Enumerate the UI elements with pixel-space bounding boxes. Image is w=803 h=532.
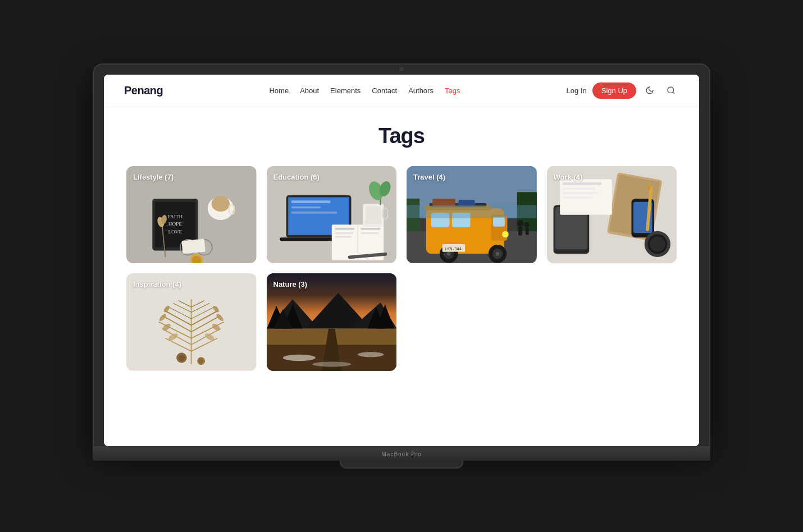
svg-point-65 bbox=[524, 222, 530, 227]
moon-icon bbox=[645, 86, 654, 95]
svg-rect-87 bbox=[647, 184, 651, 190]
svg-point-132 bbox=[282, 355, 315, 361]
svg-point-58 bbox=[496, 252, 500, 256]
tag-card-travel[interactable]: LKN-344 Travel (4) bbox=[407, 166, 537, 264]
svg-text:HOPE: HOPE bbox=[168, 221, 182, 227]
svg-rect-69 bbox=[407, 205, 537, 218]
nav-tags[interactable]: Tags bbox=[445, 86, 460, 95]
laptop-stand bbox=[340, 461, 463, 469]
dark-mode-toggle[interactable] bbox=[642, 82, 658, 98]
search-icon bbox=[667, 86, 676, 95]
laptop-body: Penang Home About Elements Contact Autho… bbox=[93, 63, 710, 448]
svg-rect-25 bbox=[291, 212, 336, 213]
nav-about[interactable]: About bbox=[300, 86, 319, 95]
work-label: Work (4) bbox=[554, 173, 583, 181]
svg-rect-31 bbox=[335, 236, 351, 237]
svg-point-9 bbox=[212, 196, 230, 212]
svg-line-1 bbox=[673, 92, 674, 94]
svg-rect-84 bbox=[562, 192, 598, 194]
site-main: Tags FAITH HOPE LOV bbox=[104, 107, 699, 447]
svg-text:FAITH: FAITH bbox=[168, 213, 183, 219]
svg-rect-23 bbox=[291, 200, 330, 203]
travel-label: Travel (4) bbox=[413, 173, 445, 181]
svg-rect-85 bbox=[562, 196, 591, 198]
tags-grid-row2: Inspiration (4) bbox=[126, 273, 677, 371]
login-button[interactable]: Log In bbox=[567, 86, 587, 95]
svg-rect-33 bbox=[361, 232, 378, 233]
search-button[interactable] bbox=[663, 82, 679, 98]
svg-point-134 bbox=[312, 362, 351, 367]
nav-contact[interactable]: Contact bbox=[372, 86, 397, 95]
laptop-screen: Penang Home About Elements Contact Autho… bbox=[104, 75, 699, 447]
site-logo[interactable]: Penang bbox=[124, 84, 163, 97]
tag-card-nature[interactable]: Nature (3) bbox=[267, 273, 397, 371]
svg-point-63 bbox=[517, 220, 524, 227]
inspiration-label: Inspiration (4) bbox=[133, 280, 181, 288]
page-title: Tags bbox=[124, 124, 679, 148]
svg-rect-51 bbox=[493, 217, 505, 226]
tag-card-education[interactable]: Education (6) bbox=[267, 166, 397, 264]
svg-point-117 bbox=[198, 359, 203, 364]
svg-point-115 bbox=[179, 355, 185, 361]
svg-rect-19 bbox=[181, 239, 205, 254]
svg-text:LKN-344: LKN-344 bbox=[445, 247, 462, 251]
macbook-label: MacBook Pro bbox=[381, 451, 421, 457]
tag-card-work[interactable]: Work (4) bbox=[547, 166, 677, 264]
tags-grid-row1: FAITH HOPE LOVE bbox=[126, 166, 677, 264]
svg-point-55 bbox=[447, 252, 451, 256]
svg-point-133 bbox=[358, 352, 384, 357]
tag-card-inspiration[interactable]: Inspiration (4) bbox=[126, 273, 257, 371]
svg-rect-24 bbox=[291, 207, 320, 208]
laptop-base: MacBook Pro bbox=[93, 447, 710, 461]
main-nav: Home About Elements Contact Authors Tags bbox=[269, 86, 460, 95]
tag-card-lifestyle[interactable]: FAITH HOPE LOVE bbox=[126, 166, 257, 264]
nav-elements[interactable]: Elements bbox=[330, 86, 361, 95]
lifestyle-label: Lifestyle (7) bbox=[133, 173, 174, 181]
nav-authors[interactable]: Authors bbox=[408, 86, 434, 95]
svg-text:LOVE: LOVE bbox=[168, 229, 182, 235]
laptop-container: Penang Home About Elements Contact Autho… bbox=[93, 63, 710, 469]
laptop-notch bbox=[399, 67, 404, 71]
svg-rect-83 bbox=[562, 187, 595, 189]
svg-rect-66 bbox=[526, 227, 529, 235]
svg-rect-30 bbox=[335, 232, 353, 233]
site-header: Penang Home About Elements Contact Autho… bbox=[104, 75, 699, 107]
svg-rect-82 bbox=[562, 182, 601, 185]
svg-rect-29 bbox=[335, 228, 354, 230]
signup-button[interactable]: Sign Up bbox=[592, 82, 636, 99]
svg-rect-64 bbox=[518, 226, 522, 235]
svg-point-0 bbox=[668, 87, 674, 93]
nature-label: Nature (3) bbox=[273, 280, 308, 288]
svg-point-80 bbox=[649, 236, 665, 252]
nav-home[interactable]: Home bbox=[269, 86, 289, 95]
site-wrapper: Penang Home About Elements Contact Autho… bbox=[104, 75, 699, 447]
education-label: Education (6) bbox=[273, 173, 320, 181]
svg-rect-32 bbox=[361, 228, 380, 230]
svg-rect-36 bbox=[365, 207, 381, 224]
svg-point-52 bbox=[502, 231, 509, 238]
nav-actions: Log In Sign Up bbox=[567, 82, 679, 99]
